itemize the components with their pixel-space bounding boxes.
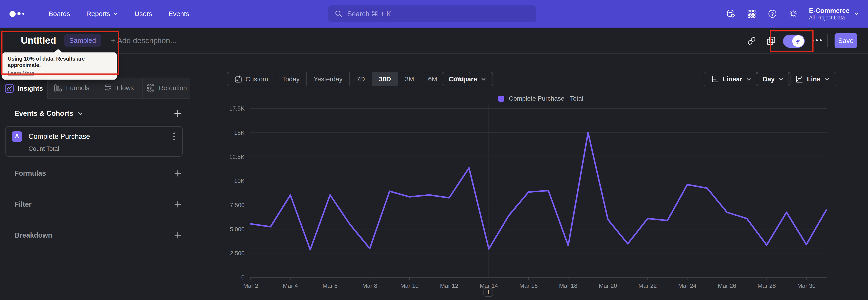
more-options-button[interactable] xyxy=(812,39,822,41)
range-yesterday[interactable]: Yesterday xyxy=(307,72,350,86)
svg-text:2,500: 2,500 xyxy=(230,250,245,257)
svg-text:7,500: 7,500 xyxy=(230,202,245,208)
tooltip-text: Using 10% of data. Results are approxima… xyxy=(8,56,111,68)
date-range-selector: Custom Today Yesterday 7D 30D 3M 6M 12M xyxy=(227,72,471,86)
scale-label: Linear xyxy=(723,76,742,83)
svg-text:10K: 10K xyxy=(234,177,245,184)
tab-funnels[interactable]: Funnels xyxy=(48,78,95,98)
range-3m[interactable]: 3M xyxy=(398,72,421,86)
titlebar-divider xyxy=(827,34,828,47)
chevron-down-icon xyxy=(854,11,860,17)
project-switcher[interactable]: E-Commerce All Project Data xyxy=(809,7,860,21)
svg-text:Mar 2: Mar 2 xyxy=(243,282,258,289)
event-card-complete-purchase[interactable]: A Complete Purchase Count Total xyxy=(5,126,183,157)
svg-text:Mar 10: Mar 10 xyxy=(400,282,418,289)
compare-button[interactable]: Compare xyxy=(442,72,493,86)
line-chart[interactable]: 02,5005,0007,50010K12.5K15K17.5KMar 2Mar… xyxy=(221,99,845,300)
range-30d[interactable]: 30D xyxy=(372,72,398,86)
nav-item-reports[interactable]: Reports xyxy=(78,0,126,28)
range-label: 3M xyxy=(405,76,414,83)
nav-item-boards[interactable]: Boards xyxy=(40,0,78,28)
chevron-down-icon xyxy=(824,77,830,82)
chevron-down-icon[interactable] xyxy=(77,111,83,116)
add-to-board-icon[interactable] xyxy=(766,36,776,46)
range-custom[interactable]: Custom xyxy=(227,72,275,86)
chevron-down-icon xyxy=(778,77,784,82)
svg-text:0: 0 xyxy=(241,274,245,281)
tooltip-caret xyxy=(54,49,62,53)
svg-text:Mar 26: Mar 26 xyxy=(718,282,736,289)
tab-flows[interactable]: Flows xyxy=(95,78,143,98)
sampling-toggle[interactable] xyxy=(783,35,805,48)
event-options-button[interactable] xyxy=(172,131,176,142)
mixpanel-app: Boards Reports Users Events Search ⌘ + K xyxy=(0,0,868,300)
add-filter-button[interactable] xyxy=(173,200,183,209)
event-name[interactable]: Complete Purchase xyxy=(29,132,90,141)
tab-retention[interactable]: Retention xyxy=(143,78,191,98)
svg-text:5,000: 5,000 xyxy=(230,226,245,233)
svg-text:17.5K: 17.5K xyxy=(229,105,245,112)
help-icon[interactable]: ? xyxy=(767,9,777,19)
search-input[interactable]: Search ⌘ + K xyxy=(328,5,536,22)
add-event-button[interactable] xyxy=(173,109,183,118)
svg-text:15K: 15K xyxy=(234,129,245,136)
events-cohorts-header: Events & Cohorts xyxy=(14,108,183,119)
tab-label: Flows xyxy=(117,84,134,92)
report-title[interactable]: Untitled xyxy=(21,35,56,46)
project-name: E-Commerce xyxy=(809,7,849,15)
search-placeholder: Search ⌘ + K xyxy=(347,10,391,18)
interval-label: Day xyxy=(763,76,775,83)
copy-link-icon[interactable] xyxy=(747,36,756,46)
add-formula-button[interactable] xyxy=(173,169,183,178)
svg-text:?: ? xyxy=(771,11,774,17)
save-button[interactable]: Save xyxy=(835,33,857,48)
chevron-down-icon xyxy=(481,77,486,82)
search-icon xyxy=(335,10,343,18)
learn-more-link[interactable]: Learn More xyxy=(8,70,34,77)
nav-item-label: Events xyxy=(168,10,189,18)
range-label: 7D xyxy=(356,76,365,83)
range-7d[interactable]: 7D xyxy=(350,72,372,86)
interval-selector[interactable]: Day xyxy=(756,72,790,86)
pagination-page-1[interactable]: 1 xyxy=(484,288,493,297)
nav-item-label: Users xyxy=(134,10,152,18)
svg-text:Mar 16: Mar 16 xyxy=(520,282,538,289)
add-description-field[interactable]: + Add description... xyxy=(111,36,177,45)
sampled-badge[interactable]: Sampled xyxy=(64,34,101,47)
event-letter-badge: A xyxy=(12,131,22,142)
add-breakdown-button[interactable] xyxy=(173,230,183,240)
svg-text:Mar 18: Mar 18 xyxy=(559,282,577,289)
tab-label: Retention xyxy=(159,84,187,92)
svg-text:12.5K: 12.5K xyxy=(229,153,245,160)
filter-section: Filter xyxy=(14,198,183,211)
tab-label: Insights xyxy=(18,85,43,92)
chevron-down-icon xyxy=(746,77,751,82)
range-6m[interactable]: 6M xyxy=(421,72,444,86)
svg-text:Mar 20: Mar 20 xyxy=(599,282,617,289)
compare-label: Compare xyxy=(449,76,477,83)
tab-insights[interactable]: Insights xyxy=(0,78,48,99)
tab-label: Funnels xyxy=(66,84,89,92)
nav-links: Boards Reports Users Events xyxy=(40,0,197,28)
scale-selector[interactable]: Linear xyxy=(704,72,758,86)
event-metric[interactable]: Count Total xyxy=(29,145,176,152)
nav-item-users[interactable]: Users xyxy=(126,0,160,28)
range-label: 6M xyxy=(428,76,437,83)
flows-icon xyxy=(103,83,113,93)
svg-text:Mar 12: Mar 12 xyxy=(440,282,458,289)
svg-text:Mar 24: Mar 24 xyxy=(678,282,696,289)
data-management-icon[interactable] xyxy=(726,9,736,19)
nav-item-events[interactable]: Events xyxy=(160,0,197,28)
range-label: 30D xyxy=(379,76,391,83)
navbar-right: ? E-Commerce All Project Data xyxy=(726,0,860,28)
svg-text:Mar 30: Mar 30 xyxy=(797,282,815,289)
settings-gear-icon[interactable] xyxy=(788,9,798,19)
chart-type-selector[interactable]: Line xyxy=(788,72,836,86)
line-chart-icon xyxy=(795,75,803,83)
events-cohorts-title[interactable]: Events & Cohorts xyxy=(14,110,73,118)
apps-grid-icon[interactable] xyxy=(747,9,756,19)
range-today[interactable]: Today xyxy=(275,72,307,86)
nav-item-label: Boards xyxy=(49,10,70,18)
mixpanel-logo-icon[interactable] xyxy=(9,11,24,17)
chart-type-label: Line xyxy=(807,76,820,83)
